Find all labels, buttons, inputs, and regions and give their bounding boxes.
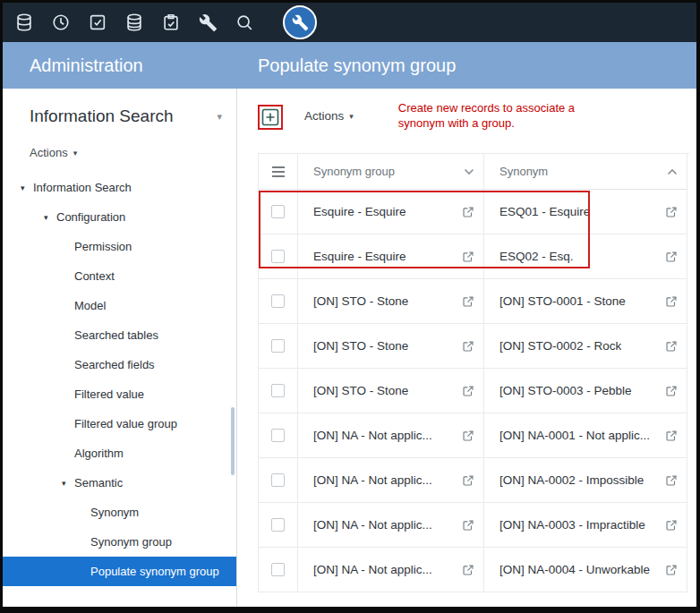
- synonym-value[interactable]: [ON] NA-0003 - Impractible: [499, 518, 645, 532]
- synonym-group-value[interactable]: [ON] NA - Not applic...: [313, 429, 432, 442]
- sidebar-title: Information Search: [30, 106, 174, 126]
- open-record-icon[interactable]: [462, 519, 474, 532]
- open-record-icon[interactable]: [665, 519, 678, 532]
- sidebar-item-populate-synonym-group[interactable]: Populate synonym group: [3, 557, 236, 586]
- active-wrench-button[interactable]: [283, 5, 317, 39]
- sidebar-item-permission[interactable]: Permission: [3, 232, 236, 261]
- new-record-button[interactable]: [258, 105, 283, 130]
- hamburger-icon: [271, 166, 286, 178]
- database-icon[interactable]: [13, 12, 35, 33]
- open-record-icon[interactable]: [665, 340, 678, 353]
- synonym-group-value[interactable]: [ON] NA - Not applic...: [313, 473, 432, 487]
- list-menu-button[interactable]: [258, 154, 298, 190]
- search-icon[interactable]: [234, 12, 255, 33]
- synonym-value[interactable]: ESQ02 - Esq.: [499, 250, 574, 263]
- synonym-group-value[interactable]: [ON] STO - Stone: [313, 384, 408, 397]
- sidebar-item-model[interactable]: Model: [3, 291, 236, 320]
- synonym-value[interactable]: [ON] NA-0004 - Unworkable: [499, 563, 650, 576]
- page-title: Populate synonym group: [237, 42, 696, 89]
- sidebar-item-filtered-value[interactable]: Filtered value: [3, 379, 236, 409]
- open-record-icon[interactable]: [665, 206, 678, 218]
- sidebar-item-filtered-value-group[interactable]: Filtered value group: [3, 409, 236, 438]
- sidebar-item-label: Synonym group: [90, 535, 172, 549]
- synonym-cell: [ON] NA-0002 - Impossible: [484, 458, 687, 503]
- row-checkbox[interactable]: [271, 518, 285, 532]
- row-checkbox[interactable]: [271, 563, 285, 576]
- chevron-down-icon: ▾: [349, 112, 354, 121]
- chevron-down-icon[interactable]: ▾: [217, 111, 222, 123]
- synonym-group-value[interactable]: Esquire - Esquire: [313, 205, 406, 218]
- sidebar-item-context[interactable]: Context: [3, 261, 236, 291]
- open-record-icon[interactable]: [665, 564, 678, 576]
- column-header-synonym[interactable]: Synonym: [484, 154, 687, 190]
- row-checkbox[interactable]: [271, 339, 285, 353]
- synonym-group-value[interactable]: [ON] NA - Not applic...: [313, 563, 432, 576]
- synonym-value[interactable]: [ON] STO-0002 - Rock: [499, 339, 621, 353]
- synonym-group-value[interactable]: Esquire - Esquire: [313, 250, 406, 263]
- sidebar-item-label: Populate synonym group: [90, 565, 219, 578]
- database-list-icon[interactable]: [124, 12, 145, 33]
- clock-icon[interactable]: [50, 12, 72, 33]
- synonym-group-value[interactable]: [ON] NA - Not applic...: [313, 518, 432, 532]
- chevron-down-icon: ▾: [73, 149, 78, 158]
- open-record-icon[interactable]: [665, 385, 678, 397]
- check-square-icon[interactable]: [87, 12, 108, 33]
- sidebar-item-label: Filtered value: [74, 387, 144, 401]
- sidebar-item-algorithm[interactable]: Algorithm: [3, 438, 236, 468]
- sidebar-header-title: Administration: [3, 42, 237, 89]
- sidebar-item-label: Algorithm: [74, 447, 124, 460]
- annotation-text: Create new records to associate a synony…: [398, 101, 588, 132]
- open-record-icon[interactable]: [462, 430, 474, 442]
- open-record-icon[interactable]: [462, 206, 474, 218]
- sidebar-item-searched-tables[interactable]: Searched tables: [3, 320, 236, 350]
- chevron-down-icon: [464, 168, 474, 175]
- open-record-icon[interactable]: [462, 385, 474, 397]
- open-record-icon[interactable]: [462, 295, 474, 308]
- column-header-synonym-group[interactable]: Synonym group: [298, 154, 484, 190]
- list-actions-dropdown[interactable]: Actions ▾: [304, 109, 354, 123]
- open-record-icon[interactable]: [665, 295, 678, 308]
- sidebar-item-label: Searched tables: [74, 328, 158, 342]
- tree-expand-caret-icon[interactable]: ▾: [21, 183, 33, 192]
- sidebar-scrollbar[interactable]: [231, 407, 235, 475]
- row-checkbox[interactable]: [271, 294, 285, 308]
- sidebar-item-synonym-group[interactable]: Synonym group: [3, 527, 236, 557]
- synonym-value[interactable]: [ON] NA-0002 - Impossible: [499, 473, 644, 487]
- list-toolbar: Actions ▾ Create new records to associat…: [237, 89, 696, 153]
- wrench-icon[interactable]: [197, 12, 218, 33]
- sidebar-item-semantic[interactable]: ▾Semantic: [3, 468, 236, 498]
- sidebar: Information Search ▾ Actions ▾ ▾Informat…: [3, 89, 237, 607]
- synonym-group-cell: [ON] NA - Not applic...: [298, 458, 484, 503]
- synonym-value[interactable]: [ON] STO-0003 - Pebble: [499, 384, 632, 397]
- synonym-value[interactable]: ESQ01 - Esquire: [499, 205, 590, 218]
- sidebar-item-information-search[interactable]: ▾Information Search: [3, 173, 236, 202]
- tree-expand-caret-icon[interactable]: ▾: [62, 479, 74, 488]
- row-checkbox[interactable]: [271, 384, 285, 397]
- open-record-icon[interactable]: [462, 474, 474, 487]
- open-record-icon[interactable]: [665, 251, 678, 263]
- sidebar-item-configuration[interactable]: ▾Configuration: [3, 202, 236, 232]
- sidebar-item-synonym[interactable]: Synonym: [3, 498, 236, 527]
- edit-check-icon[interactable]: [160, 12, 182, 33]
- sidebar-item-label: Filtered value group: [74, 417, 177, 430]
- row-checkbox[interactable]: [271, 250, 285, 263]
- open-record-icon[interactable]: [462, 340, 474, 353]
- synonym-group-value[interactable]: [ON] STO - Stone: [313, 339, 408, 353]
- synonym-value[interactable]: [ON] NA-0001 - Not applic...: [499, 429, 650, 442]
- synonym-group-value[interactable]: [ON] STO - Stone: [313, 294, 408, 308]
- synonym-cell: [ON] NA-0003 - Impractible: [484, 503, 687, 548]
- open-record-icon[interactable]: [462, 564, 474, 576]
- open-record-icon[interactable]: [665, 474, 678, 487]
- synonym-value[interactable]: [ON] STO-0001 - Stone: [499, 294, 626, 308]
- open-record-icon[interactable]: [462, 251, 474, 263]
- row-checkbox[interactable]: [271, 473, 285, 487]
- sidebar-actions-dropdown[interactable]: Actions ▾: [30, 146, 77, 159]
- sidebar-item-label: Context: [74, 269, 115, 283]
- tree-expand-caret-icon[interactable]: ▾: [44, 213, 56, 222]
- row-checkbox[interactable]: [271, 205, 285, 218]
- row-checkbox[interactable]: [271, 429, 285, 442]
- sidebar-item-label: Semantic: [74, 476, 123, 490]
- sidebar-item-searched-fields[interactable]: Searched fields: [3, 350, 236, 379]
- open-record-icon[interactable]: [665, 430, 678, 442]
- chevron-up-icon: [667, 168, 678, 175]
